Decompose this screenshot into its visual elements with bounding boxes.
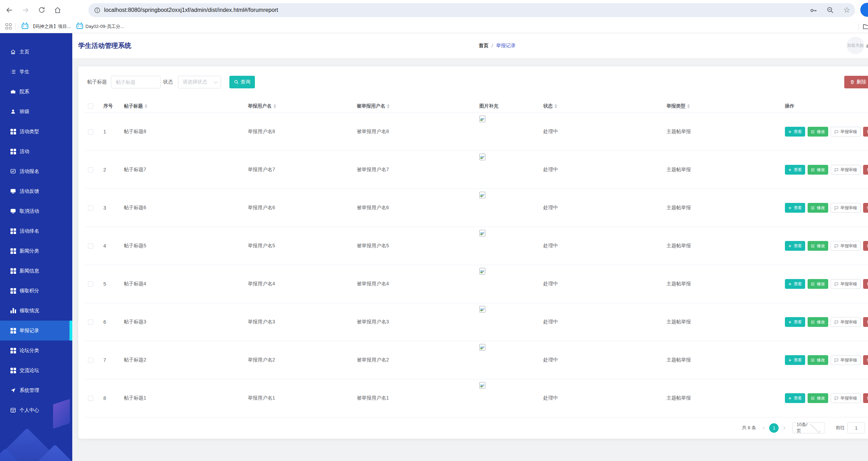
cell-type: 主题帖举报 bbox=[667, 319, 785, 325]
sort-caret-icon[interactable] bbox=[387, 104, 390, 108]
view-button[interactable]: 查看 bbox=[785, 165, 805, 175]
next-page-button[interactable]: › bbox=[781, 425, 788, 431]
breadcrumb-current[interactable]: 举报记录 bbox=[496, 43, 516, 49]
other-bookmarks-folder-icon[interactable] bbox=[862, 23, 868, 30]
status-select[interactable]: 请选择状态 bbox=[178, 76, 221, 88]
user-avatar[interactable]: 加载失败 bbox=[847, 37, 864, 54]
edit-button[interactable]: 修改 bbox=[808, 127, 828, 137]
bookmark-item-2[interactable]: Day02-09-员工分... bbox=[74, 22, 127, 31]
delete-button[interactable]: 删除 bbox=[863, 165, 868, 175]
delete-button[interactable]: 删除 bbox=[863, 203, 868, 213]
sidebar-item-points-claim[interactable]: 领取积分 bbox=[0, 281, 72, 301]
address-bar[interactable]: localhost:8080/springboot2oxxj1xf/admin/… bbox=[88, 3, 855, 17]
review-button[interactable]: 举报审核 bbox=[831, 241, 861, 251]
row-checkbox[interactable] bbox=[88, 205, 93, 211]
sort-caret-icon[interactable] bbox=[687, 104, 690, 108]
row-checkbox[interactable] bbox=[88, 129, 93, 134]
view-button[interactable]: 查看 bbox=[785, 241, 805, 251]
sidebar-item-news-info[interactable]: 新闻信息 bbox=[0, 261, 72, 281]
delete-button[interactable]: 删除 bbox=[863, 127, 868, 137]
breadcrumb-home[interactable]: 首页 bbox=[479, 43, 488, 49]
sort-caret-icon[interactable] bbox=[273, 104, 276, 108]
sidebar-item-classes[interactable]: 班级 bbox=[0, 102, 72, 122]
prev-page-button[interactable]: ‹ bbox=[760, 425, 767, 431]
select-all-checkbox[interactable] bbox=[88, 103, 93, 109]
view-button[interactable]: 查看 bbox=[785, 355, 805, 365]
edit-button[interactable]: 修改 bbox=[808, 279, 828, 289]
sidebar-item-forum-category[interactable]: 论坛分类 bbox=[0, 341, 72, 360]
profile-avatar[interactable] bbox=[860, 3, 868, 17]
reload-button[interactable] bbox=[35, 3, 48, 17]
delete-button[interactable]: 删除 bbox=[863, 241, 868, 251]
forward-button[interactable] bbox=[19, 3, 32, 17]
trash-icon bbox=[866, 396, 868, 400]
view-button[interactable]: 查看 bbox=[785, 393, 805, 403]
sidebar-item-activity[interactable]: 活动 bbox=[0, 141, 72, 161]
home-button[interactable] bbox=[51, 3, 64, 17]
edit-button[interactable]: 修改 bbox=[808, 317, 828, 327]
sidebar-item-system-manage[interactable]: 系统管理 bbox=[0, 380, 72, 400]
sidebar-item-news-category[interactable]: 新闻分类 bbox=[0, 241, 72, 261]
col-seq[interactable]: 序号 bbox=[103, 103, 124, 109]
review-button[interactable]: 举报审核 bbox=[831, 317, 861, 327]
password-key-icon[interactable] bbox=[810, 6, 817, 14]
page-size-select[interactable]: 10条/页 bbox=[793, 422, 825, 433]
bookmark-star-icon[interactable]: ☆ bbox=[843, 6, 850, 14]
post-title-input[interactable] bbox=[111, 76, 161, 88]
row-checkbox[interactable] bbox=[88, 243, 93, 249]
col-reporter[interactable]: 举报用户名 bbox=[248, 103, 357, 109]
edit-button[interactable]: 修改 bbox=[808, 355, 828, 365]
col-status[interactable]: 状态 bbox=[543, 103, 667, 109]
sidebar-item-home[interactable]: 主页 bbox=[0, 42, 72, 62]
delete-selected-button[interactable]: 删除 bbox=[844, 76, 868, 88]
sidebar-item-activity-rank[interactable]: 活动排名 bbox=[0, 221, 72, 241]
bookmark-item-1[interactable]: 【码神之路】项目... bbox=[19, 22, 74, 31]
col-type[interactable]: 举报类型 bbox=[667, 103, 785, 109]
review-button[interactable]: 举报审核 bbox=[831, 203, 861, 213]
view-button[interactable]: 查看 bbox=[785, 203, 805, 213]
sidebar-item-activity-cancel[interactable]: 取消活动 bbox=[0, 201, 72, 221]
sidebar-item-activity-feedback[interactable]: 活动反馈 bbox=[0, 181, 72, 201]
sidebar-item-forum[interactable]: 交流论坛 bbox=[0, 360, 72, 380]
sort-caret-icon[interactable] bbox=[554, 104, 557, 108]
col-reported[interactable]: 被举报用户名 bbox=[357, 103, 479, 109]
edit-button[interactable]: 修改 bbox=[808, 393, 828, 403]
view-button[interactable]: 查看 bbox=[785, 317, 805, 327]
delete-button[interactable]: 删除 bbox=[863, 317, 868, 327]
sidebar-item-activity-type[interactable]: 活动类型 bbox=[0, 122, 72, 141]
row-checkbox[interactable] bbox=[88, 396, 93, 401]
zoom-out-icon[interactable] bbox=[826, 6, 834, 14]
goto-input[interactable] bbox=[847, 422, 865, 433]
apps-grid-icon[interactable] bbox=[6, 23, 12, 29]
row-checkbox[interactable] bbox=[88, 281, 93, 287]
sidebar-item-activity-signup[interactable]: 活动报名 bbox=[0, 161, 72, 181]
sidebar-item-report-records[interactable]: 举报记录 bbox=[0, 321, 72, 341]
search-icon bbox=[234, 80, 239, 85]
view-button[interactable]: 查看 bbox=[785, 279, 805, 289]
query-button[interactable]: 查询 bbox=[229, 76, 255, 88]
delete-button[interactable]: 删除 bbox=[863, 355, 868, 365]
row-checkbox[interactable] bbox=[88, 320, 93, 325]
review-button[interactable]: 举报审核 bbox=[831, 127, 861, 137]
back-button[interactable] bbox=[3, 3, 16, 17]
review-button[interactable]: 举报审核 bbox=[831, 355, 861, 365]
sort-caret-icon[interactable] bbox=[145, 104, 147, 108]
review-button[interactable]: 举报审核 bbox=[831, 279, 861, 289]
site-info-icon[interactable] bbox=[94, 7, 101, 14]
review-button[interactable]: 举报审核 bbox=[831, 165, 861, 175]
delete-button[interactable]: 删除 bbox=[863, 279, 868, 289]
sidebar-item-claim-status[interactable]: 领取情况 bbox=[0, 301, 72, 321]
url-text[interactable]: localhost:8080/springboot2oxxj1xf/admin/… bbox=[104, 7, 278, 13]
col-title[interactable]: 帖子标题 bbox=[124, 103, 248, 109]
row-checkbox[interactable] bbox=[88, 358, 93, 363]
delete-button[interactable]: 删除 bbox=[863, 393, 868, 403]
current-page[interactable]: 1 bbox=[769, 423, 779, 433]
edit-button[interactable]: 修改 bbox=[808, 165, 828, 175]
edit-button[interactable]: 修改 bbox=[808, 241, 828, 251]
view-button[interactable]: 查看 bbox=[785, 127, 805, 137]
edit-button[interactable]: 修改 bbox=[808, 203, 828, 213]
sidebar-item-students[interactable]: 学生 bbox=[0, 62, 72, 82]
sidebar-item-departments[interactable]: 院系 bbox=[0, 82, 72, 102]
row-checkbox[interactable] bbox=[88, 167, 93, 173]
review-button[interactable]: 举报审核 bbox=[831, 393, 861, 403]
